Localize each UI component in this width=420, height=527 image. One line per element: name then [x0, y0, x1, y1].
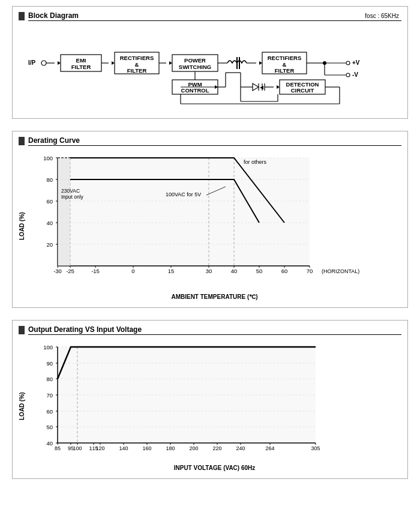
- detection-symbol-triangle: [253, 83, 259, 91]
- header-box-icon: [19, 12, 25, 20]
- block-diagram-svg: I/P EMI FILTER RECTIFIERS & FILTER POWER: [19, 32, 401, 110]
- annotation-for-others: for others: [244, 159, 267, 165]
- svg-text:50: 50: [46, 424, 53, 430]
- svg-text:85: 85: [55, 445, 61, 451]
- svg-text:EMI: EMI: [76, 57, 86, 64]
- svg-marker-35: [277, 85, 280, 89]
- derating-header: Derating Curve: [19, 136, 401, 146]
- svg-marker-1: [58, 61, 61, 65]
- svg-text:(HORIZONTAL): (HORIZONTAL): [322, 268, 359, 274]
- svg-text:140: 140: [119, 445, 128, 451]
- svg-text:60: 60: [46, 198, 53, 205]
- svg-text:CIRCUIT: CIRCUIT: [291, 87, 314, 94]
- derating-chart-area: 100 80 60 40 20 -30 -25 -15: [28, 152, 401, 300]
- svg-text:70: 70: [46, 392, 53, 399]
- ip-label: I/P: [28, 59, 36, 66]
- svg-rect-50: [58, 158, 310, 266]
- svg-text:15: 15: [168, 268, 175, 274]
- svg-text:-25: -25: [66, 268, 74, 274]
- output-derating-chart-wrapper: LOAD (%) 100 90: [19, 341, 401, 471]
- block-diagram-graphic: I/P EMI FILTER RECTIFIERS & FILTER POWER: [19, 32, 401, 111]
- svg-text:120: 120: [95, 445, 104, 451]
- annotation-230vac: 230VAC: [61, 188, 80, 194]
- svg-text:30: 30: [206, 268, 212, 274]
- svg-text:80: 80: [46, 176, 53, 183]
- derating-y-label: LOAD (%): [19, 152, 25, 300]
- svg-text:240: 240: [236, 445, 245, 451]
- output-circle-v-neg: [346, 73, 350, 77]
- svg-text:100: 100: [73, 445, 82, 451]
- svg-text:FILTER: FILTER: [275, 67, 295, 74]
- block-diagram-section: Block Diagram fosc : 65KHz I/P EMI FILTE…: [12, 6, 408, 119]
- svg-text:FILTER: FILTER: [127, 67, 147, 74]
- block-diagram-header: Block Diagram: [19, 11, 401, 21]
- svg-text:100: 100: [43, 155, 53, 161]
- svg-text:220: 220: [212, 445, 221, 451]
- svg-marker-5: [112, 61, 115, 65]
- svg-text:160: 160: [142, 445, 151, 451]
- svg-text:60: 60: [281, 268, 288, 274]
- svg-text:200: 200: [189, 445, 198, 451]
- derating-curve-section: Derating Curve LOAD (%) 100: [12, 131, 408, 308]
- svg-text:40: 40: [46, 220, 53, 226]
- svg-text:-V: -V: [352, 71, 358, 78]
- svg-text:40: 40: [46, 440, 53, 447]
- svg-text:180: 180: [166, 445, 175, 451]
- svg-text:70: 70: [307, 268, 313, 274]
- derating-chart-wrapper: LOAD (%) 100 80 6: [19, 152, 401, 300]
- svg-text:+V: +V: [352, 59, 360, 66]
- svg-text:60: 60: [46, 408, 53, 415]
- svg-text:RECTIFIERS: RECTIFIERS: [120, 55, 154, 61]
- fosc-label: fosc : 65KHz: [365, 13, 399, 19]
- output-derating-svg: 100 90 80 70 60 50 40 85: [28, 341, 376, 461]
- svg-rect-94: [58, 158, 70, 266]
- annotation-100vac: 100VAC for 5V: [166, 191, 201, 197]
- svg-text:20: 20: [46, 241, 53, 248]
- derating-header-box: [19, 137, 25, 145]
- svg-text:POWER: POWER: [184, 57, 206, 64]
- output-chart-area: 100 90 80 70 60 50 40 85: [28, 341, 401, 471]
- svg-text:50: 50: [256, 268, 263, 274]
- output-header-box: [19, 326, 25, 334]
- block-diagram-title: Block Diagram: [28, 11, 401, 21]
- svg-text:40: 40: [231, 268, 238, 274]
- svg-text:-30: -30: [53, 268, 62, 274]
- output-circle-v-pos: [346, 61, 350, 65]
- output-y-label: LOAD (%): [19, 341, 25, 471]
- derating-title: Derating Curve: [28, 136, 401, 146]
- svg-text:Input only: Input only: [61, 194, 84, 200]
- output-derating-header: Output Derating VS Input Voltage: [19, 325, 401, 335]
- output-x-label: INPUT VOLTAGE (VAC) 60Hz: [28, 465, 401, 471]
- svg-text:RECTIFIERS: RECTIFIERS: [268, 55, 301, 61]
- derating-curve-svg: 100 80 60 40 20 -30 -25 -15: [28, 152, 376, 290]
- svg-text:SWITCHING: SWITCHING: [179, 64, 211, 70]
- svg-text:90: 90: [46, 360, 53, 367]
- svg-text:FILTER: FILTER: [71, 64, 91, 70]
- svg-text:0: 0: [131, 268, 134, 274]
- svg-text:305: 305: [311, 445, 320, 451]
- svg-text:CONTROL: CONTROL: [181, 87, 209, 94]
- derating-x-label: AMBIENT TEMPERATURE (℃): [28, 294, 401, 300]
- detection-arrow: [260, 86, 263, 89]
- output-derating-section: Output Derating VS Input Voltage LOAD (%…: [12, 320, 408, 479]
- output-derating-title: Output Derating VS Input Voltage: [28, 325, 401, 335]
- svg-text:264: 264: [265, 445, 274, 451]
- svg-text:-15: -15: [91, 268, 100, 274]
- svg-rect-97: [58, 347, 316, 443]
- svg-marker-17: [259, 61, 262, 65]
- ip-circle: [41, 61, 46, 65]
- svg-text:100: 100: [43, 344, 53, 351]
- svg-marker-10: [169, 61, 172, 65]
- svg-text:80: 80: [46, 376, 53, 382]
